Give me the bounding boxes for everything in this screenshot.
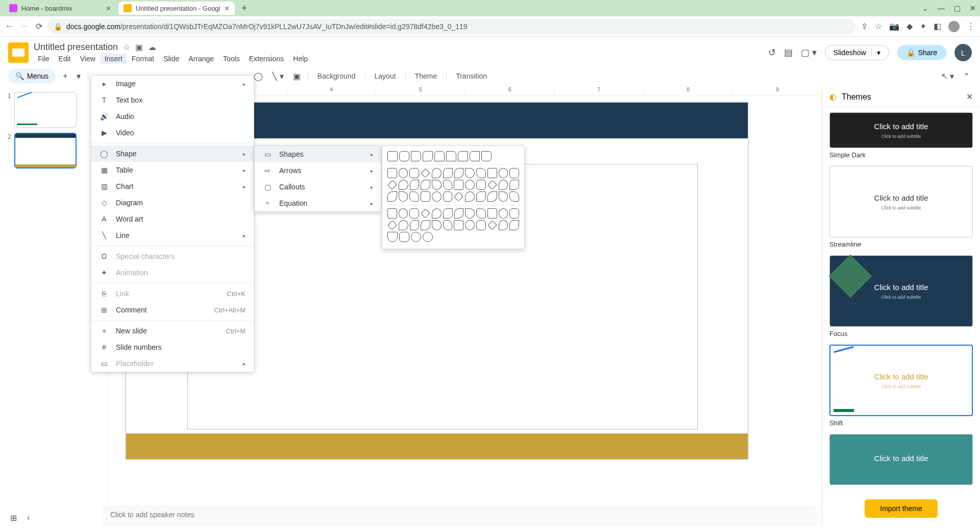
shape-option[interactable] [487,168,497,178]
close-window-icon[interactable]: ✕ [970,4,976,12]
star-icon[interactable]: ☆ [123,42,130,52]
shape-option[interactable] [465,220,475,230]
cursor-mode-icon[interactable]: ↖ ▾ [939,69,956,83]
shape-option[interactable] [432,208,442,219]
shape-option[interactable] [509,208,519,219]
shape-option[interactable] [443,220,453,230]
shape-option[interactable] [454,208,464,219]
document-title[interactable]: Untitled presentation [34,42,118,53]
shape-option[interactable] [465,180,475,190]
menu-item-audio[interactable]: 🔊Audio [91,108,254,125]
menu-insert[interactable]: Insert [101,54,127,64]
cloud-icon[interactable]: ☁ [148,42,156,52]
shape-misc[interactable] [411,232,421,242]
theme-preview-focus[interactable]: Click to add titleClick to add subtitle [829,255,973,327]
menu-item-word-art[interactable]: AWord art [91,211,254,227]
menu-view[interactable]: View [76,54,100,64]
shape-snip-top[interactable] [434,151,445,161]
shape-option[interactable] [487,208,497,219]
submenu-item-callouts[interactable]: ▢Callouts▸ [255,179,381,195]
shape-rounded-rect[interactable] [399,151,409,161]
new-slide-button[interactable]: + [61,69,69,83]
maximize-icon[interactable]: ▢ [954,4,961,12]
shape-round-diag[interactable] [481,151,492,161]
shape-option[interactable] [421,168,430,178]
slide-thumbnail[interactable] [14,92,77,128]
shape-option[interactable] [399,180,408,190]
close-panel-icon[interactable]: ✕ [966,92,973,102]
speaker-notes[interactable]: Click to add speaker notes [102,505,817,526]
chevron-down-icon[interactable]: ⌄ [922,4,928,12]
chevron-down-icon[interactable]: ▾ [75,69,83,83]
comments-icon[interactable]: ▤ [784,47,793,58]
shape-option[interactable] [421,208,430,218]
shape-option[interactable] [410,180,420,190]
shape-option[interactable] [432,180,442,190]
collapse-filmstrip-icon[interactable]: ‹ [27,513,30,523]
menu-file[interactable]: File [34,54,54,64]
submenu-item-shapes[interactable]: ▭Shapes▸ [255,146,381,162]
theme-preview-simple-dark[interactable]: Click to add titleClick to add subtitle [829,112,973,148]
shape-option[interactable] [476,180,486,190]
collapse-icon[interactable]: ⌃ [961,69,972,83]
shape-option[interactable] [509,168,519,178]
shape-option[interactable] [409,168,419,178]
shape-option[interactable] [499,208,508,219]
shape-option[interactable] [387,191,397,202]
shape-option[interactable] [465,208,475,219]
forward-icon[interactable]: → [20,21,29,31]
shape-option[interactable] [476,208,486,219]
new-tab-button[interactable]: + [237,1,251,15]
shape-option[interactable] [487,191,497,202]
transition-button[interactable]: Transition [452,70,491,82]
kebab-icon[interactable]: ⋮ [967,21,975,31]
profile-icon[interactable] [948,21,960,32]
reload-icon[interactable]: ⟳ [36,21,42,31]
shape-option[interactable] [499,168,508,178]
menu-item-new-slide[interactable]: +New slideCtrl+M [91,323,254,339]
textbox-tool-icon[interactable]: ▣ [291,69,303,83]
search-menus-button[interactable]: 🔍 Menus [8,69,56,83]
shape-option[interactable] [399,191,408,202]
shape-option[interactable] [443,180,453,190]
theme-button[interactable]: Theme [411,70,442,82]
move-icon[interactable]: ▣ [135,42,143,52]
shape-round-single[interactable] [446,151,456,161]
back-icon[interactable]: ← [5,21,13,31]
menu-item-table[interactable]: ▦Table▸ [91,162,254,178]
shape-option[interactable] [499,191,508,202]
shape-option[interactable] [387,208,397,219]
menu-extensions[interactable]: Extensions [245,54,288,64]
menu-item-shape[interactable]: ◯Shape▸ [91,146,254,162]
menu-format[interactable]: Format [128,54,158,64]
shape-rectangle[interactable] [387,151,398,161]
bookmark-icon[interactable]: ☆ [875,21,882,31]
extension-icon[interactable]: ◆ [906,21,913,31]
grid-view-icon[interactable]: ⊞ [10,513,17,523]
shape-option[interactable] [454,180,463,190]
shape-snip-corner[interactable] [411,151,421,161]
shape-round-same[interactable] [470,151,480,161]
shape-option[interactable] [399,220,408,230]
shape-option[interactable] [443,208,453,219]
sidepanel-icon[interactable]: ◧ [934,21,941,31]
shape-option[interactable] [399,168,408,178]
shape-option[interactable] [421,180,430,190]
shape-option[interactable] [421,220,430,230]
shape-snip-diag[interactable] [423,151,433,161]
menu-item-video[interactable]: ▶Video [91,125,254,141]
shape-option[interactable] [509,220,519,230]
shape-misc[interactable] [387,232,398,242]
shape-option[interactable] [432,168,442,178]
account-avatar[interactable]: L [954,44,972,61]
submenu-item-arrows[interactable]: ⇨Arrows▸ [255,162,381,179]
shape-option[interactable] [399,208,408,219]
theme-preview-momentum[interactable]: Click to add title [829,434,973,485]
shape-option[interactable] [499,220,508,230]
menu-help[interactable]: Help [289,54,312,64]
shape-option[interactable] [443,168,453,178]
shape-option[interactable] [476,191,486,202]
menu-item-line[interactable]: ╲Line▸ [91,227,254,244]
shape-option[interactable] [476,220,486,230]
shape-option[interactable] [454,168,464,178]
